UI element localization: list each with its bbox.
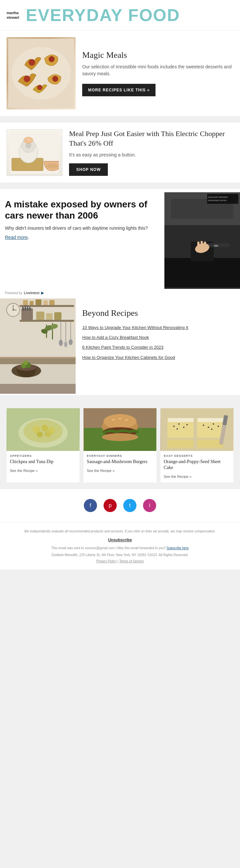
magic-meals-section: Magic Meals Our selection of irresistibl… — [0, 31, 240, 116]
svg-rect-46 — [25, 306, 26, 311]
svg-point-4 — [24, 75, 30, 82]
svg-rect-51 — [54, 312, 61, 320]
svg-rect-70 — [0, 384, 76, 394]
email-container: martha stewart EVERYDAY FOOD — [0, 0, 240, 569]
logo-line2: stewart — [7, 15, 20, 20]
ad-text-side: A mistake exposed by owners of cars newe… — [0, 192, 164, 289]
social-section: f p t i — [0, 489, 240, 522]
martha-stewart-logo: martha stewart — [7, 10, 20, 20]
svg-point-87 — [102, 433, 138, 441]
chickpea-tuna-image — [7, 408, 80, 451]
svg-point-6 — [37, 85, 42, 90]
beyond-links-list: 10 Ways to Upgrade Your Kitchen Without … — [82, 325, 233, 361]
svg-rect-24 — [201, 241, 203, 247]
burger-recipe-link[interactable]: See the Recipe » — [87, 469, 114, 473]
beyond-link-3[interactable]: 6 Kitchen Paint Trends to Consider in 20… — [82, 344, 233, 350]
powered-by: Powered by LiveIntent ▶ — [0, 289, 240, 297]
header: martha stewart EVERYDAY FOOD — [0, 0, 240, 31]
svg-point-75 — [41, 425, 48, 431]
footer-disclaimer: We independently evaluate all recommende… — [7, 529, 233, 534]
magic-meals-title: Magic Meals — [82, 50, 233, 60]
ad-content: A mistake exposed by owners of cars newe… — [0, 192, 240, 289]
svg-rect-50 — [46, 313, 53, 320]
burger-name: Sausage-and-Mushroom Burgers — [87, 459, 153, 465]
svg-point-15 — [47, 163, 59, 168]
beyond-link-2[interactable]: How to Add a Cozy Breakfast Nook — [82, 335, 233, 341]
beyond-content: Beyond Recipes 10 Ways to Upgrade Your K… — [76, 299, 240, 395]
svg-point-82 — [103, 414, 137, 429]
facebook-icon[interactable]: f — [84, 499, 97, 512]
cake-category: EASY DESSERTS — [164, 454, 230, 458]
page-title: EVERYDAY FOOD — [26, 7, 180, 24]
social-icons-row: f p t i — [7, 499, 233, 512]
beyond-recipes-title: Beyond Recipes — [82, 308, 233, 318]
svg-point-58 — [23, 361, 28, 365]
svg-rect-48 — [29, 307, 31, 311]
svg-rect-94 — [198, 418, 223, 422]
svg-point-102 — [213, 423, 214, 425]
ad-period: . — [28, 234, 29, 240]
svg-point-100 — [203, 425, 204, 426]
footer-address: Dotdash Meredith, 225 Liberty St, 4th Fl… — [7, 553, 233, 557]
svg-rect-13 — [26, 137, 31, 142]
terms-link[interactable]: Terms of Service — [119, 559, 144, 563]
pinterest-icon[interactable]: p — [103, 499, 117, 512]
burger-illustration — [84, 408, 156, 451]
recipe-card-cake: EASY DESSERTS Orange-and-Poppy-Seed Shee… — [160, 408, 233, 483]
chickpea-name: Chickpea and Tuna Dip — [10, 459, 76, 465]
svg-text:INSURANCE RATES: INSURANCE RATES — [208, 199, 227, 202]
ad-image-side: ◀ ▶ DISCOUNT DRIVERS INSURANCE RATES — [164, 192, 240, 289]
svg-rect-49 — [36, 312, 44, 320]
svg-point-68 — [64, 341, 67, 347]
svg-point-77 — [37, 432, 43, 437]
chickpea-recipe-link[interactable]: See the Recipe » — [10, 469, 37, 473]
meal-prep-title: Meal Prep Just Got Easier with This Elec… — [69, 129, 233, 148]
cake-recipe-link[interactable]: See the Recipe » — [164, 474, 191, 478]
svg-point-101 — [208, 427, 209, 428]
recipe-card-burger: EVERYDAY DINNERS Sausage-and-Mushroom Bu… — [84, 408, 156, 483]
twitter-icon[interactable]: t — [123, 499, 137, 512]
burger-image — [84, 408, 156, 451]
beyond-recipes-section: Beyond Recipes 10 Ways to Upgrade Your K… — [0, 299, 240, 395]
ad-image: ◀ ▶ DISCOUNT DRIVERS INSURANCE RATES — [164, 192, 240, 287]
svg-rect-40 — [35, 300, 41, 305]
magic-meals-image — [7, 37, 76, 110]
svg-point-98 — [177, 428, 178, 430]
svg-point-104 — [211, 429, 212, 430]
chopper-illustration — [10, 130, 59, 175]
meal-prep-section: Meal Prep Just Got Easier with This Elec… — [0, 123, 240, 182]
instagram-icon[interactable]: i — [143, 499, 156, 512]
more-recipes-button[interactable]: MORE RECIPES LIKE THIS » — [82, 84, 155, 96]
svg-point-69 — [69, 339, 73, 345]
divider-2 — [0, 182, 240, 189]
powered-by-label: Powered by — [5, 291, 22, 295]
chickpea-card-content: APPETIZERS Chickpea and Tuna Dip See the… — [7, 451, 80, 476]
chopper-visual — [7, 129, 62, 176]
svg-rect-23 — [197, 242, 200, 247]
unsubscribe-link[interactable]: Unsubscribe — [7, 538, 233, 542]
svg-point-5 — [52, 76, 58, 82]
burger-card-content: EVERYDAY DINNERS Sausage-and-Mushroom Bu… — [84, 451, 156, 476]
ad-body: Why didn't insurers tell drivers of cars… — [5, 225, 159, 232]
svg-rect-91 — [167, 439, 193, 447]
footer: We independently evaluate all recommende… — [0, 522, 240, 569]
food-photo — [7, 37, 76, 110]
shop-now-button[interactable]: SHOP NOW — [69, 163, 108, 176]
beyond-link-1[interactable]: 10 Ways to Upgrade Your Kitchen Without … — [82, 325, 233, 331]
magic-meals-description: Our selection of irresistible mini foods… — [82, 63, 233, 77]
pastry-illustration — [8, 39, 74, 108]
recipe-cards-section: APPETIZERS Chickpea and Tuna Dip See the… — [0, 402, 240, 489]
beyond-link-4[interactable]: How to Organize Your Kitchen Cabinets fo… — [82, 354, 233, 361]
privacy-policy-link[interactable]: Privacy Policy — [96, 559, 117, 563]
svg-point-78 — [45, 431, 51, 437]
svg-text:DISCOUNT DRIVERS: DISCOUNT DRIVERS — [208, 196, 228, 198]
footer-email-line: This email was sent to xxxxxxx@gmail.com… — [7, 546, 233, 551]
svg-rect-41 — [43, 301, 48, 305]
ad-read-more-link[interactable]: Read more — [5, 235, 28, 240]
liveintent-logo: LiveIntent — [24, 291, 39, 295]
footer-email-text: This email was sent to xxxxxxx@gmail.com… — [51, 546, 166, 550]
svg-rect-28 — [207, 194, 238, 204]
subscribe-here-link[interactable]: Subscribe here — [167, 546, 189, 550]
svg-point-3 — [49, 56, 55, 62]
cake-image — [160, 408, 233, 451]
